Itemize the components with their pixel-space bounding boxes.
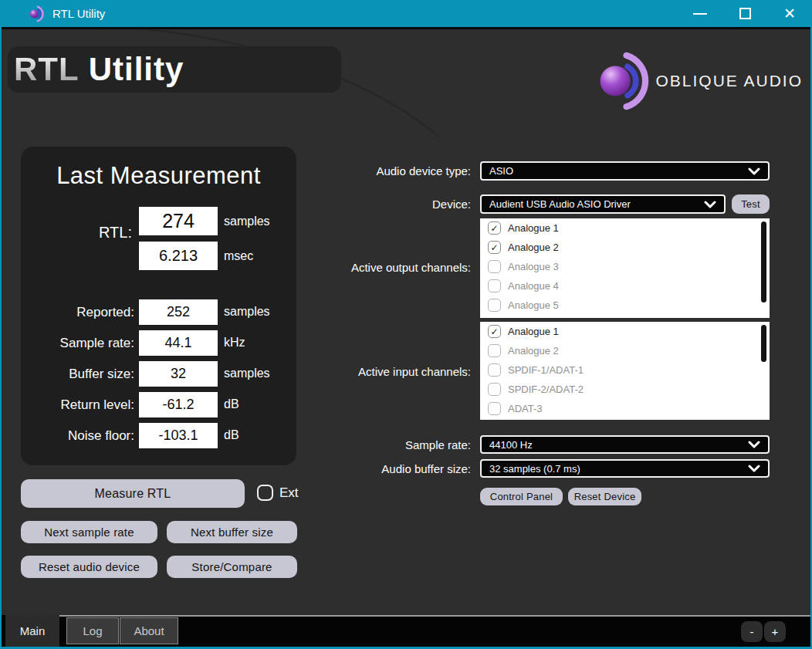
buffer-size-meas-value: 32 [139, 361, 218, 387]
output-channel-row: ✓ Analogue 1 [480, 218, 770, 238]
noise-floor-value: -103.1 [139, 423, 218, 448]
output-channel-row: ✓ Analogue 5 [480, 296, 770, 315]
audio-buffer-size-value: 32 samples (0.7 ms) [489, 463, 748, 475]
oblique-audio-logo: OBLIQUE AUDIO [594, 42, 803, 120]
device-label: Device: [432, 198, 471, 211]
tab-bar-divider [59, 615, 812, 617]
input-channels-list: ✓ Analogue 1 ✓ Analogue 2 ✓ SPDIF-1/ADAT… [480, 322, 770, 420]
app-logo-icon [28, 5, 45, 22]
next-sample-rate-button[interactable]: Next sample rate [21, 521, 157, 543]
ext-checkbox-label: Ext [279, 485, 299, 501]
control-panel-button[interactable]: Control Panel [480, 488, 563, 505]
noise-floor-unit: dB [224, 428, 239, 442]
minimize-icon [693, 13, 707, 15]
active-input-channels-label: Active input channels: [358, 365, 471, 378]
check-icon: ✓ [490, 243, 498, 252]
tab-log[interactable]: Log [66, 617, 119, 644]
input-channel-row: ✓ ADAT-3 [480, 399, 770, 418]
input-channel-row: ✓ Analogue 2 [480, 341, 770, 360]
zoom-out-button[interactable]: - [741, 621, 763, 642]
store-compare-button[interactable]: Store/Compare [167, 556, 297, 578]
channel-label: Analogue 4 [508, 280, 559, 292]
input-channel-row: ✓ SPDIF-1/ADAT-1 [480, 360, 770, 380]
measure-rtl-button[interactable]: Measure RTL [21, 479, 245, 508]
sample-rate-meas-value: 44.1 [139, 330, 218, 356]
rtl-label: RTL: [99, 224, 132, 242]
channel-label: Analogue 1 [508, 326, 559, 337]
sample-rate-value: 44100 Hz [489, 439, 748, 451]
zoom-in-button[interactable]: + [764, 621, 786, 642]
return-level-value: -61.2 [139, 392, 218, 417]
chevron-down-icon [748, 167, 760, 175]
channel-checkbox[interactable]: ✓ [488, 402, 501, 415]
channel-label: SPDIF-1/ADAT-1 [508, 364, 584, 376]
sample-rate-select[interactable]: 44100 Hz [480, 435, 770, 454]
output-channels-list: ✓ Analogue 1 ✓ Analogue 2 ✓ Analogue 3 ✓… [480, 218, 770, 318]
output-scrollbar-thumb[interactable] [761, 221, 766, 303]
channel-checkbox[interactable]: ✓ [488, 344, 501, 357]
reported-unit: samples [224, 305, 270, 319]
output-channel-row: ✓ Analogue 2 [480, 238, 770, 257]
return-level-label: Return level: [61, 397, 134, 413]
channel-checkbox[interactable]: ✓ [488, 325, 501, 338]
window-title: RTL Utility [52, 7, 105, 20]
channel-checkbox[interactable]: ✓ [488, 241, 501, 254]
last-measurement-title: Last Measurement [21, 162, 296, 190]
sample-rate-meas-label: Sample rate: [60, 336, 134, 351]
reported-label: Reported: [76, 305, 134, 320]
chevron-down-icon [704, 201, 716, 208]
rtl-msec-unit: msec [224, 249, 253, 263]
rtl-samples-unit: samples [224, 215, 270, 228]
ext-checkbox[interactable] [257, 485, 273, 501]
audio-buffer-size-select[interactable]: 32 samples (0.7 ms) [480, 459, 770, 478]
buffer-size-meas-label: Buffer size: [69, 367, 134, 382]
audio-buffer-size-label: Audio buffer size: [381, 462, 471, 475]
oblique-audio-logo-icon [594, 42, 652, 120]
channel-label: SPDIF-2/ADAT-2 [508, 384, 584, 395]
channel-label: ADAT-3 [508, 403, 543, 414]
reset-device-button[interactable]: Reset Device [568, 488, 641, 505]
banner-logo-word-1: RTL [14, 51, 80, 88]
rtl-msec-value: 6.213 [139, 242, 218, 270]
audio-device-type-label: Audio device type: [376, 164, 471, 177]
reported-value: 252 [139, 299, 218, 325]
channel-checkbox[interactable]: ✓ [488, 221, 501, 235]
app-banner: RTL Utility [8, 46, 341, 93]
tab-about[interactable]: About [120, 617, 178, 644]
output-channel-row: ✓ Analogue 3 [480, 257, 770, 276]
close-button[interactable]: ✕ [767, 0, 812, 27]
device-value: Audient USB Audio ASIO Driver [489, 198, 704, 210]
chevron-down-icon [748, 441, 760, 448]
channel-checkbox[interactable]: ✓ [488, 260, 501, 273]
input-channel-row: ✓ Analogue 1 [480, 322, 770, 341]
device-select[interactable]: Audient USB Audio ASIO Driver [480, 194, 726, 214]
input-channel-row: ✓ SPDIF-2/ADAT-2 [480, 380, 770, 399]
banner-logo-word-2: Utility [89, 51, 184, 88]
last-measurement-panel: Last Measurement RTL: 274 samples 6.213 … [21, 147, 296, 465]
channel-checkbox[interactable]: ✓ [488, 383, 501, 396]
tab-bar: Main Log About - + [0, 615, 812, 647]
buffer-size-meas-unit: samples [224, 367, 270, 380]
test-button[interactable]: Test [732, 194, 770, 214]
chevron-down-icon [748, 465, 760, 472]
check-icon: ✓ [490, 327, 498, 336]
next-buffer-size-button[interactable]: Next buffer size [167, 521, 297, 543]
close-icon: ✕ [783, 6, 796, 21]
active-output-channels-label: Active output channels: [351, 261, 471, 274]
channel-checkbox[interactable]: ✓ [488, 279, 501, 292]
maximize-button[interactable] [722, 0, 767, 27]
rtl-samples-value: 274 [139, 207, 218, 235]
minimize-button[interactable] [678, 0, 722, 27]
channel-checkbox[interactable]: ✓ [488, 363, 501, 377]
sample-rate-meas-unit: kHz [224, 336, 245, 350]
sample-rate-label: Sample rate: [405, 438, 471, 451]
channel-checkbox[interactable]: ✓ [488, 299, 501, 312]
tab-main[interactable]: Main [5, 615, 59, 647]
input-scrollbar-thumb[interactable] [761, 325, 766, 362]
output-channel-row: ✓ Analogue 4 [480, 276, 770, 296]
title-bar: RTL Utility ✕ [0, 0, 812, 29]
reset-audio-device-button[interactable]: Reset audio device [21, 556, 157, 578]
channel-label: Analogue 2 [508, 242, 559, 253]
audio-device-type-select[interactable]: ASIO [480, 161, 770, 181]
channel-label: Analogue 3 [508, 261, 559, 272]
